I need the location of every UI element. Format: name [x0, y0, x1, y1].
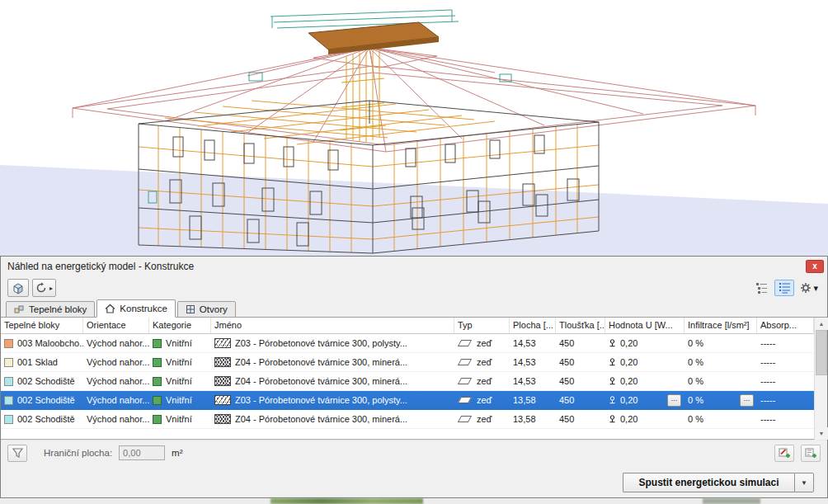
col-plocha[interactable]: Plocha [... [510, 318, 556, 333]
type-label: zeď [477, 338, 492, 348]
col-hodnota-u[interactable]: Hodnota U [W... [605, 318, 685, 333]
run-simulation-group: Spustit energetickou simulaci ▼ [623, 473, 814, 492]
col-tepelne-bloky[interactable]: Tepelné bloky [1, 318, 83, 333]
category-color-swatch [153, 358, 162, 367]
block-color-swatch [4, 415, 13, 424]
cell-category: Vnitřní [149, 410, 211, 428]
cell-thickness: 450 [556, 353, 605, 371]
block-color-swatch [4, 377, 13, 386]
vertical-scrollbar[interactable]: ▲ ▼ [814, 318, 827, 440]
axonometry-3d-icon [12, 282, 25, 294]
favorite-save-button[interactable] [774, 445, 794, 462]
refresh-icon [35, 282, 47, 294]
block-label: 002 Schodiště [17, 414, 75, 424]
cell-name: Z04 - Pórobetonové tvárnice 300, minerá.… [211, 353, 454, 371]
col-infiltrace[interactable]: Infiltrace [l/sm²] [685, 318, 757, 333]
col-tloustka[interactable]: Tloušťka [... [556, 318, 605, 333]
tab-label: Otvory [200, 304, 228, 314]
table-row[interactable]: 002 Schodiště Východ nahor... Vnitřní Z0… [1, 372, 814, 391]
favorite-save-icon [779, 447, 791, 459]
type-label: zeď [477, 376, 492, 386]
show-in-3d-button[interactable] [7, 279, 29, 297]
3d-viewport[interactable] [0, 0, 828, 256]
material-hatch-swatch [214, 338, 231, 348]
u-value-icon [609, 358, 616, 367]
settings-button[interactable]: ▾ [797, 280, 821, 296]
type-label: zeď [477, 357, 492, 367]
cell-infiltration: 0 % [685, 334, 757, 352]
col-kategorie[interactable]: Kategorie [149, 318, 211, 333]
construction-name: Z04 - Pórobetonové tvárnice 300, minerá.… [235, 376, 407, 386]
cell-absorptance: ----- [757, 334, 814, 352]
u-value-icon [609, 339, 616, 348]
run-simulation-button[interactable]: Spustit energetickou simulaci [623, 473, 794, 492]
material-hatch-swatch [214, 414, 231, 424]
cell-block: 002 Schodiště [1, 410, 83, 428]
favorite-apply-button[interactable] [801, 445, 821, 462]
cell-thickness: 450 [556, 372, 605, 390]
tab-konstrukce[interactable]: Konstrukce [96, 299, 176, 318]
cell-area: 13,58 [510, 391, 556, 409]
cell-orientation: Východ nahor... [83, 353, 149, 371]
close-button[interactable]: x [806, 260, 824, 273]
material-hatch-swatch [214, 357, 231, 367]
col-absorp[interactable]: Absorp... [757, 318, 814, 333]
cell-block: 002 Schodiště [1, 372, 83, 390]
cell-type: zeď [454, 372, 510, 390]
filter-button[interactable] [7, 445, 27, 462]
table-row[interactable]: 002 Schodiště Východ nahor... Vnitřní Z0… [1, 410, 814, 429]
list-view-button[interactable] [774, 280, 794, 296]
boundary-area-input[interactable] [119, 445, 165, 460]
tree-view-button[interactable] [751, 280, 771, 296]
cell-area: 14,53 [510, 334, 556, 352]
edit-u-value-button[interactable]: ... [667, 394, 681, 407]
cell-orientation: Východ nahor... [83, 334, 149, 352]
table-row-selected[interactable]: 002 Schodiště Východ nahor... Vnitřní Z0… [1, 391, 814, 410]
run-simulation-dropdown[interactable]: ▼ [794, 473, 814, 492]
tab-tepelne-bloky[interactable]: Tepelné bloky [6, 301, 95, 318]
scrollbar-thumb[interactable] [816, 330, 827, 375]
table-row[interactable]: 003 Maloobcho... Východ nahor... Vnitřní… [1, 334, 814, 353]
constructions-list: Tepelné bloky Orientace Kategorie Jméno … [1, 318, 827, 440]
col-orientace[interactable]: Orientace [83, 318, 149, 333]
cell-type: zeď [454, 391, 510, 409]
tab-otvory[interactable]: Otvory [177, 301, 236, 318]
cell-type: zeď [454, 353, 510, 371]
settings-flyout-arrow[interactable]: ▾ [813, 283, 818, 294]
construction-name: Z03 - Pórobetonové tvárnice 300, polysty… [235, 338, 407, 348]
panel-toolbar: ▸ ▾ [1, 276, 827, 299]
cell-area: 14,53 [510, 353, 556, 371]
cell-name: Z04 - Pórobetonové tvárnice 300, minerá.… [211, 372, 454, 390]
unit-label: m² [172, 448, 182, 458]
roof-wireframe [73, 46, 755, 152]
list-view-icon [779, 282, 791, 294]
panel-titlebar: Náhled na energetický model - Konstrukce… [1, 257, 827, 276]
block-color-swatch [4, 358, 13, 367]
cell-infiltration: 0 % ... [685, 391, 757, 409]
cell-category: Vnitřní [149, 391, 211, 409]
wall-type-icon [458, 340, 472, 346]
tab-label: Tepelné bloky [29, 304, 87, 314]
table-row[interactable]: 001 Sklad Východ nahor... Vnitřní Z04 - … [1, 353, 814, 372]
category-label: Vnitřní [166, 414, 192, 424]
construction-name: Z04 - Pórobetonové tvárnice 300, minerá.… [235, 414, 407, 424]
u-value-label: 0,20 [620, 395, 637, 405]
tab-label: Konstrukce [120, 304, 167, 313]
cell-type: zeď [454, 410, 510, 428]
cell-u-value: 0,20 [605, 372, 685, 390]
u-value-icon [609, 377, 616, 386]
scroll-down-arrow[interactable]: ▼ [815, 427, 828, 440]
tree-view-icon [755, 282, 768, 294]
col-jmeno[interactable]: Jméno [211, 318, 454, 333]
refresh-flyout-arrow[interactable]: ▸ [49, 285, 53, 292]
cell-category: Vnitřní [149, 334, 211, 352]
refresh-button[interactable]: ▸ [32, 279, 56, 297]
cell-thickness: 450 [556, 410, 605, 428]
edit-infiltration-button[interactable]: ... [740, 394, 754, 407]
cell-name: Z03 - Pórobetonové tvárnice 300, polysty… [211, 334, 454, 352]
construction-name: Z04 - Pórobetonové tvárnice 300, minerá.… [235, 357, 407, 367]
wall-type-icon [458, 416, 472, 422]
favorite-apply-icon [805, 447, 817, 459]
scroll-up-arrow[interactable]: ▲ [815, 318, 828, 330]
col-typ[interactable]: Typ [454, 318, 510, 333]
